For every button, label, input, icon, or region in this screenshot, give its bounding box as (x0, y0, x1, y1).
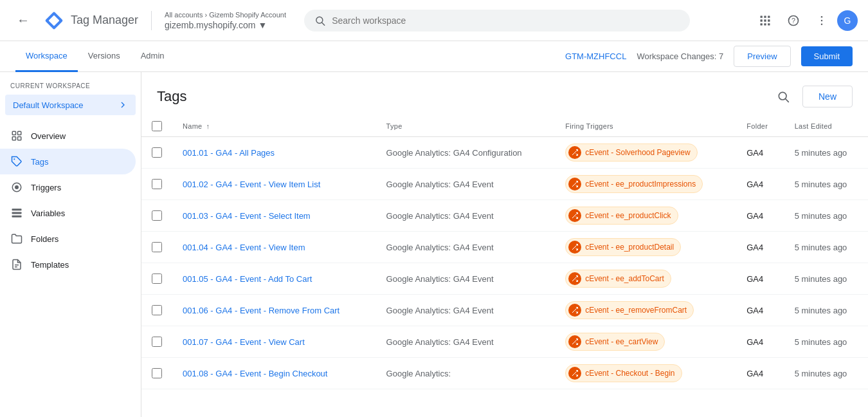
sort-arrow: ↑ (206, 122, 210, 130)
trigger-icon (568, 209, 581, 222)
trigger-chip[interactable]: cEvent - Solverhood Pageview (565, 144, 697, 162)
tag-name-link[interactable]: 001.02 - GA4 - Event - View Item List (183, 180, 320, 189)
svg-rect-5 (764, 15, 766, 17)
topbar-divider (151, 11, 152, 30)
logo-icon (44, 10, 64, 31)
row-folder-cell: GA4 (736, 326, 784, 358)
more-button[interactable] (809, 8, 835, 33)
row-last-edited-cell: 5 minutes ago (784, 169, 868, 200)
topbar: ← Tag Manager All accounts › Gizemb Shop… (0, 0, 868, 41)
row-folder-cell: GA4 (736, 232, 784, 263)
row-folder-cell: GA4 (736, 137, 784, 169)
table-row: 001.01 - GA4 - All Pages Google Analytic… (141, 137, 868, 169)
svg-rect-10 (761, 23, 763, 25)
avatar[interactable]: G (837, 10, 858, 31)
trigger-chip[interactable]: cEvent - ee_cartView (565, 333, 665, 351)
trigger-label: cEvent - ee_addToCart (585, 274, 664, 283)
sidebar-item-overview[interactable]: Overview (0, 123, 136, 149)
row-folder-cell: GA4 (736, 200, 784, 232)
table-row: 001.02 - GA4 - Event - View Item List Go… (141, 169, 868, 200)
sidebar-item-triggers[interactable]: Triggers (0, 174, 136, 200)
search-bar[interactable] (304, 10, 690, 32)
page-title: Tags (157, 88, 764, 105)
sidebar-item-templates[interactable]: Templates (0, 252, 136, 277)
sidebar-item-variables[interactable]: Variables (0, 200, 136, 226)
help-button[interactable]: ? (781, 8, 806, 33)
tab-admin[interactable]: Admin (131, 41, 175, 72)
row-type-cell: Google Analytics: GA4 Event (376, 295, 556, 326)
trigger-label: cEvent - ee_cartView (585, 337, 658, 346)
th-name[interactable]: Name ↑ (172, 116, 376, 137)
trigger-chip[interactable]: cEvent - ee_productDetail (565, 238, 681, 256)
trigger-chip[interactable]: cEvent - ee_productClick (565, 207, 678, 225)
trigger-icon (568, 241, 581, 254)
variables-icon (10, 207, 23, 219)
svg-text:?: ? (791, 17, 795, 24)
tag-name-link[interactable]: 001.05 - GA4 - Event - Add To Cart (183, 274, 312, 284)
row-trigger-cell: cEvent - ee_cartView (555, 326, 736, 358)
back-button[interactable]: ← (10, 8, 36, 33)
workspace-selector[interactable]: Default Workspace (5, 95, 136, 115)
row-checkbox[interactable] (152, 368, 162, 378)
row-checkbox-cell (141, 263, 172, 295)
trigger-icon (568, 367, 581, 380)
grid-icon (10, 129, 23, 142)
row-last-edited-cell: 5 minutes ago (784, 295, 868, 326)
preview-button[interactable]: Preview (734, 46, 790, 67)
row-checkbox[interactable] (152, 305, 162, 315)
trigger-icon (568, 304, 581, 317)
select-all-checkbox[interactable] (152, 121, 162, 131)
tag-name-link[interactable]: 001.04 - GA4 - Event - View Item (183, 243, 305, 252)
tag-name-link[interactable]: 001.01 - GA4 - All Pages (183, 148, 275, 158)
svg-point-24 (15, 185, 19, 189)
help-icon: ? (787, 14, 800, 27)
svg-rect-27 (12, 216, 22, 218)
apps-button[interactable] (752, 8, 778, 33)
row-checkbox[interactable] (152, 337, 162, 347)
svg-rect-21 (18, 137, 21, 140)
tag-name-link[interactable]: 001.07 - GA4 - Event - View Cart (183, 337, 305, 347)
trigger-chip[interactable]: cEvent - Checkout - Begin (565, 364, 682, 382)
svg-point-16 (821, 19, 823, 21)
tag-name-link[interactable]: 001.08 - GA4 - Event - Begin Checkout (183, 369, 327, 378)
row-checkbox[interactable] (152, 273, 162, 284)
tab-workspace[interactable]: Workspace (15, 41, 78, 72)
row-checkbox[interactable] (152, 242, 162, 252)
sidebar-item-tags[interactable]: Tags (0, 149, 136, 174)
row-checkbox[interactable] (152, 210, 162, 221)
row-trigger-cell: cEvent - ee_addToCart (555, 263, 736, 295)
trigger-label: cEvent - ee_productClick (585, 211, 671, 220)
row-checkbox-cell (141, 295, 172, 326)
tab-versions[interactable]: Versions (78, 41, 131, 72)
topbar-icons: ? G (752, 8, 858, 33)
svg-rect-20 (12, 137, 15, 140)
trigger-chip[interactable]: cEvent - ee_productImpressions (565, 175, 703, 193)
trigger-chip[interactable]: cEvent - ee_removeFromCart (565, 301, 694, 319)
row-folder-cell: GA4 (736, 295, 784, 326)
row-trigger-cell: cEvent - ee_productDetail (555, 232, 736, 263)
th-type: Type (376, 116, 556, 137)
account-selector[interactable]: gizemb.myshopify.com ▼ (165, 20, 286, 30)
submit-button[interactable]: Submit (801, 46, 853, 66)
main-layout: CURRENT WORKSPACE Default Workspace Ove (0, 72, 868, 417)
trigger-chip[interactable]: cEvent - ee_addToCart (565, 270, 671, 288)
new-tag-button[interactable]: New (802, 86, 853, 107)
th-folder: Folder (736, 116, 784, 137)
sidebar-label-folders: Folders (31, 234, 59, 244)
row-checkbox-cell (141, 169, 172, 200)
sidebar-item-folders[interactable]: Folders (0, 226, 136, 252)
tag-name-link[interactable]: 001.03 - GA4 - Event - Select Item (183, 211, 311, 221)
table-header-row: Name ↑ Type Firing Triggers Folder La (141, 116, 868, 137)
search-input[interactable] (332, 15, 680, 26)
row-last-edited-cell: 5 minutes ago (784, 358, 868, 389)
logo-text: Tag Manager (71, 14, 138, 27)
row-checkbox[interactable] (152, 147, 162, 158)
sidebar: CURRENT WORKSPACE Default Workspace Ove (0, 72, 141, 417)
table-search-button[interactable] (772, 85, 795, 108)
logo-area[interactable]: Tag Manager (44, 10, 138, 31)
trigger-label: cEvent - ee_productImpressions (585, 180, 696, 189)
svg-line-3 (322, 23, 325, 25)
row-checkbox[interactable] (152, 179, 162, 189)
row-name-cell: 001.04 - GA4 - Event - View Item (172, 232, 376, 263)
tag-name-link[interactable]: 001.06 - GA4 - Event - Remove From Cart (183, 306, 339, 315)
